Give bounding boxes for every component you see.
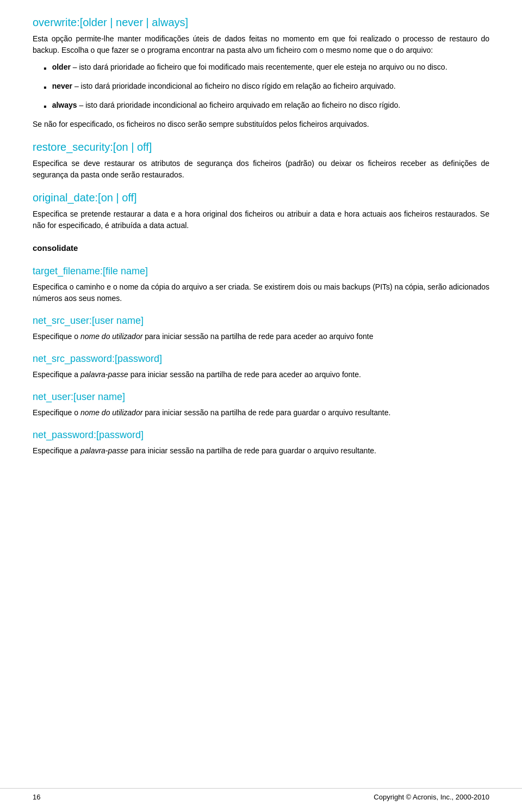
- bullet-always-text: – isto dará prioridade incondicional ao …: [77, 101, 401, 109]
- section-net-user: net_user:[user name] Especifique o nome …: [33, 391, 489, 419]
- italic-net-src-password: palavra-passe: [80, 370, 128, 379]
- heading-consolidate: consolidate: [33, 242, 489, 255]
- copyright-text: Copyright © Acronis, Inc., 2000-2010: [374, 793, 489, 801]
- heading-net-user: net_user:[user name]: [33, 391, 489, 403]
- page-content: overwrite:[older | never | always] Esta …: [0, 0, 522, 812]
- para-restore-security: Especifica se deve restaurar os atributo…: [33, 158, 489, 181]
- bullet-list-overwrite: older – isto dará prioridade ao ficheiro…: [44, 61, 489, 113]
- heading-net-src-user: net_src_user:[user name]: [33, 315, 489, 327]
- italic-net-password: palavra-passe: [80, 446, 128, 455]
- bullet-never-text: – isto dará prioridade incondicional ao …: [72, 82, 396, 90]
- para-overwrite-trailing: Se não for especificado, os ficheiros no…: [33, 119, 489, 130]
- para-net-src-password: Especifique a palavra-passe para iniciar…: [33, 369, 489, 380]
- para-original-date: Especifica se pretende restaurar a data …: [33, 208, 489, 231]
- page-number: 16: [33, 793, 40, 801]
- heading-target-filename: target_filename:[file name]: [33, 266, 489, 277]
- heading-overwrite: overwrite:[older | never | always]: [33, 16, 489, 29]
- italic-net-user: nome do utilizador: [80, 408, 142, 417]
- heading-net-password: net_password:[password]: [33, 429, 489, 441]
- bullet-older-text: – isto dará prioridade ao ficheiro que f…: [71, 63, 448, 71]
- section-restore-security: restore_security:[on | off] Especifica s…: [33, 141, 489, 181]
- heading-restore-security: restore_security:[on | off]: [33, 141, 489, 153]
- keyword-never: never: [52, 82, 72, 90]
- para-overwrite-1: Esta opção permite-lhe manter modificaçõ…: [33, 33, 489, 56]
- section-original-date: original_date:[on | off] Especifica se p…: [33, 192, 489, 231]
- keyword-older: older: [52, 63, 71, 71]
- para-target-filename: Especifica o caminho e o nome da cópia d…: [33, 281, 489, 304]
- bullet-always: always – isto dará prioridade incondicio…: [44, 100, 489, 113]
- bullet-never: never – isto dará prioridade incondicion…: [44, 81, 489, 94]
- section-net-src-user: net_src_user:[user name] Especifique o n…: [33, 315, 489, 342]
- italic-net-src-user: nome do utilizador: [80, 332, 142, 341]
- para-net-user: Especifique o nome do utilizador para in…: [33, 407, 489, 419]
- heading-net-src-password: net_src_password:[password]: [33, 353, 489, 365]
- section-target-filename: target_filename:[file name] Especifica o…: [33, 266, 489, 304]
- keyword-always: always: [52, 101, 77, 109]
- para-net-password: Especifique a palavra-passe para iniciar…: [33, 445, 489, 457]
- bullet-older: older – isto dará prioridade ao ficheiro…: [44, 61, 489, 75]
- heading-original-date: original_date:[on | off]: [33, 192, 489, 204]
- page-footer: 16 Copyright © Acronis, Inc., 2000-2010: [0, 788, 522, 801]
- section-net-password: net_password:[password] Especifique a pa…: [33, 429, 489, 457]
- section-consolidate: consolidate: [33, 242, 489, 255]
- section-net-src-password: net_src_password:[password] Especifique …: [33, 353, 489, 380]
- para-net-src-user: Especifique o nome do utilizador para in…: [33, 331, 489, 342]
- section-overwrite: overwrite:[older | never | always] Esta …: [33, 16, 489, 130]
